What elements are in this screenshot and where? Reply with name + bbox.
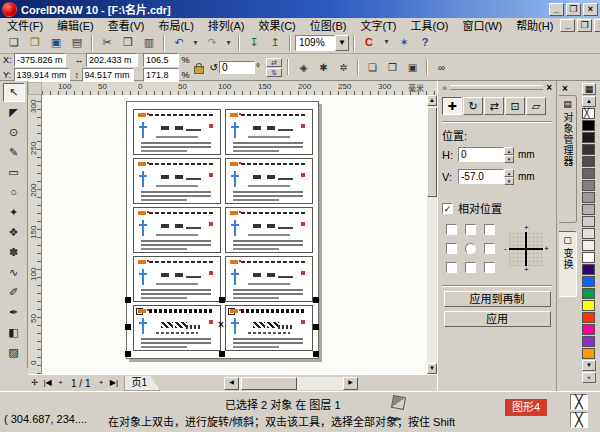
mdi-minimize-button[interactable]: _ <box>560 19 575 32</box>
relative-position-checkbox[interactable]: ✓ <box>442 203 453 214</box>
h-scroll-thumb[interactable] <box>241 377 297 390</box>
toolbar-button-print[interactable]: ▤ <box>67 33 87 52</box>
anchor-checkbox[interactable] <box>484 243 495 254</box>
tool-artistic-media[interactable]: ✽ <box>3 243 25 262</box>
color-swatch[interactable] <box>582 276 595 287</box>
color-swatch[interactable] <box>582 204 595 215</box>
selection-handle[interactable] <box>313 297 319 303</box>
tool-rectangle[interactable]: ▭ <box>3 163 25 182</box>
ruler-origin-button[interactable]: ✢ <box>28 377 41 390</box>
tool-freehand[interactable]: ✎ <box>3 143 25 162</box>
restore-button[interactable]: ❐ <box>566 3 581 16</box>
launcher-dropdown-icon[interactable]: ▾ <box>380 32 393 53</box>
color-swatch[interactable] <box>582 348 595 359</box>
propbar-button-to-back[interactable]: ❐ <box>383 58 402 77</box>
selection-handle[interactable] <box>125 324 131 330</box>
toolbar-button-undo[interactable]: ↶ <box>169 33 189 52</box>
h-scrollbar[interactable] <box>239 377 343 390</box>
docker-tab-object-manager[interactable]: ▤ 对象管理器 <box>559 95 577 223</box>
color-swatch[interactable] <box>582 228 595 239</box>
anchor-checkbox[interactable] <box>484 262 495 273</box>
propbar-button-trim[interactable]: ✲ <box>334 58 353 77</box>
toolbar-button-save[interactable]: ▣ <box>46 33 66 52</box>
apply-button[interactable]: 应用 <box>444 311 551 327</box>
docker-grip[interactable] <box>450 85 543 90</box>
object-y-field[interactable]: Y: 139.914 mm <box>3 68 70 82</box>
page-tab[interactable]: 页1 <box>124 376 160 391</box>
toolbar-button-new[interactable]: ❏ <box>4 33 24 52</box>
color-swatch[interactable] <box>582 192 595 203</box>
tool-eyedropper[interactable]: ✐ <box>3 283 25 302</box>
scale-x-field[interactable]: 106.5 % <box>143 53 190 67</box>
selection-handle[interactable] <box>313 351 319 357</box>
drawing-canvas[interactable]: × <box>42 95 427 374</box>
object-width-field[interactable]: ↔ 202.433 m <box>75 53 139 67</box>
spin-down-icon[interactable]: ▾ <box>504 177 514 185</box>
tool-shape[interactable]: ◤ <box>3 103 25 122</box>
docker-collapse-icon[interactable]: » <box>442 83 447 93</box>
transform-button-skew[interactable]: ▱ <box>526 97 546 115</box>
tool-pick[interactable]: ↖ <box>3 83 25 102</box>
transform-button-size[interactable]: ⊡ <box>505 97 525 115</box>
business-card[interactable] <box>133 109 221 155</box>
menu-item[interactable]: 效果(C) <box>252 17 303 33</box>
anchor-checkbox[interactable] <box>484 224 495 235</box>
menu-item[interactable]: 排列(A) <box>201 17 252 33</box>
spin-up-icon[interactable]: ▴ <box>504 169 514 177</box>
minimize-button[interactable]: _ <box>549 3 564 16</box>
color-swatch[interactable] <box>582 324 595 335</box>
v-ruler[interactable]: 300250200150100500 <box>28 95 42 374</box>
v-position-value[interactable]: -57.0 <box>458 169 504 184</box>
color-swatch[interactable] <box>582 216 595 227</box>
propbar-button-weld[interactable]: ✱ <box>314 58 333 77</box>
mirror-vertical-button[interactable]: ⇅ <box>266 68 282 77</box>
whats-this-help-button[interactable]: ? <box>415 33 435 52</box>
v-position-input[interactable]: -57.0 ▴▾ <box>458 169 514 184</box>
scroll-down-icon[interactable]: ▼ <box>427 363 437 374</box>
close-button[interactable]: × <box>583 3 598 16</box>
tool-basic-shapes[interactable]: ❖ <box>3 223 25 242</box>
v-scrollbar[interactable]: ▲ ▼ <box>427 95 437 374</box>
toolbar-button-open[interactable]: ❐ <box>25 33 45 52</box>
palette-scroll-down-icon[interactable]: ▼ <box>582 360 596 371</box>
h-position-value[interactable]: 0 <box>458 147 504 162</box>
spin-up-icon[interactable]: ▴ <box>504 147 514 155</box>
object-height-field[interactable]: ↕ 94.517 mm <box>75 68 139 82</box>
rotation-field[interactable]: ↺ 0 ° <box>210 61 260 74</box>
menu-item[interactable]: 位图(B) <box>303 17 354 33</box>
selection-handle[interactable] <box>219 351 225 357</box>
h-ruler[interactable]: 10050050100150200250300毫米 <box>42 82 437 96</box>
business-card[interactable] <box>225 158 313 204</box>
palette-menu-icon[interactable]: ▦ <box>582 83 596 95</box>
docker-tab-transformation[interactable]: ▢ 变换 <box>559 231 577 297</box>
tool-fill[interactable]: ◧ <box>3 323 25 342</box>
zoom-dropdown-icon[interactable]: ▼ <box>335 35 349 51</box>
object-x-field[interactable]: X: -375.826 m <box>3 53 70 67</box>
propbar-button-to-front[interactable]: ❏ <box>363 58 382 77</box>
tool-zoom[interactable]: ⊙ <box>3 123 25 142</box>
palette-scroll-up-icon[interactable]: ▲ <box>582 96 596 107</box>
color-swatch[interactable] <box>582 240 595 251</box>
add-page-before-button[interactable]: + <box>54 377 67 390</box>
toolbar-button-copy[interactable]: ❒ <box>118 33 138 52</box>
menu-item[interactable]: 工具(O) <box>404 17 456 33</box>
color-swatch[interactable] <box>582 288 595 299</box>
menu-item[interactable]: 文件(F) <box>0 17 50 33</box>
lock-ratio-button[interactable] <box>192 57 204 77</box>
first-page-button[interactable]: |◀ <box>41 377 54 390</box>
tool-ellipse[interactable]: ○ <box>3 183 25 202</box>
color-swatch[interactable] <box>582 168 595 179</box>
selection-handle[interactable] <box>219 297 225 303</box>
anchor-checkbox[interactable] <box>465 224 476 235</box>
color-swatch[interactable] <box>582 264 595 275</box>
color-swatch[interactable] <box>582 144 595 155</box>
tool-interactive-blend[interactable]: ∿ <box>3 263 25 282</box>
business-card[interactable] <box>133 305 221 351</box>
selection-handle[interactable] <box>313 324 319 330</box>
toolbar-button-redo[interactable]: ↷ <box>202 33 222 52</box>
selection-center-marker[interactable]: × <box>218 321 224 329</box>
anchor-checkbox[interactable] <box>446 262 457 273</box>
zoom-level-value[interactable]: 109% <box>295 35 335 51</box>
color-swatch[interactable] <box>582 300 595 311</box>
mdi-close-button[interactable]: × <box>594 19 600 32</box>
